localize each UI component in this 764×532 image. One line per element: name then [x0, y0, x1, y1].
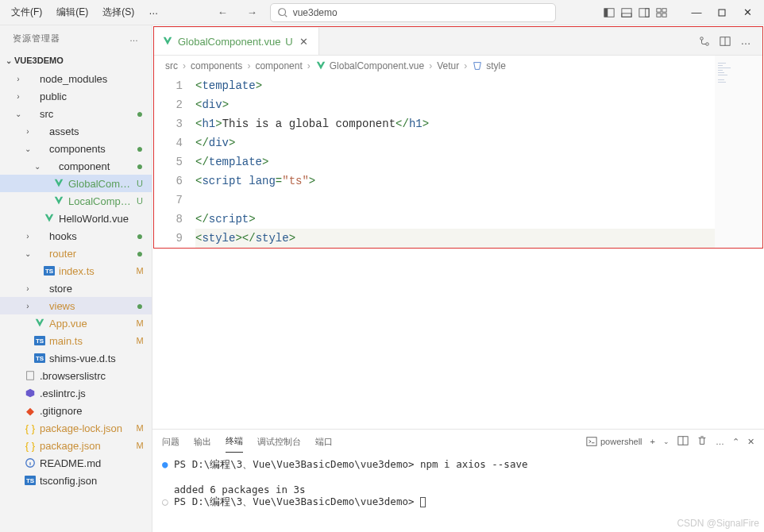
svg-rect-6 [639, 8, 649, 17]
maximize-panel-icon[interactable]: ⌃ [732, 437, 739, 447]
terminal-selector[interactable]: powershell [586, 436, 642, 447]
breadcrumb-item[interactable]: src [165, 60, 178, 71]
watermark: CSDN @SignalFire [677, 518, 759, 529]
menu-more[interactable]: … [142, 2, 164, 22]
tree-item[interactable]: { }package.jsonM [0, 437, 152, 454]
tree-item[interactable]: ⌄components● [0, 140, 152, 157]
breadcrumb-item[interactable]: GlobalComponent.vue [330, 60, 424, 71]
panel-tab-terminal[interactable]: 终端 [226, 430, 243, 453]
svg-rect-4 [622, 8, 631, 17]
tree-item[interactable]: ◆.gitignore [0, 402, 152, 419]
tree-item[interactable]: LocalCompo...U [0, 192, 152, 210]
panel: 问题 输出 终端 调试控制台 端口 powershell + ⌄ … ⌃ ✕ [152, 429, 764, 532]
code-lines[interactable]: <template> <div> <h1>This is a global co… [195, 76, 715, 248]
tree-item[interactable]: .eslintrc.js [0, 384, 152, 402]
svg-point-19 [706, 42, 709, 45]
project-name: VUE3DEMO [14, 56, 64, 65]
layout-secondary-icon[interactable] [637, 6, 651, 20]
tree-item[interactable]: ⌄router● [0, 245, 152, 262]
style-icon [472, 60, 483, 71]
breadcrumb-item[interactable]: Vetur [437, 60, 459, 71]
menu-edit[interactable]: 编辑(E) [50, 2, 95, 22]
title-bar: 文件(F) 编辑(E) 选择(S) … ← → vue3demo — ✕ [0, 0, 764, 25]
gutter: 123456789 [154, 76, 195, 248]
tree-item[interactable]: ›public [0, 87, 152, 105]
compare-changes-icon[interactable] [697, 34, 712, 48]
menu-file[interactable]: 文件(F) [5, 2, 48, 22]
panel-tab-ports[interactable]: 端口 [315, 431, 333, 453]
panel-tab-debug[interactable]: 调试控制台 [257, 431, 301, 453]
close-panel-icon[interactable]: ✕ [747, 437, 754, 447]
window-minimize[interactable]: — [685, 3, 708, 22]
minimap[interactable]: ▬▬▬▬▬▬▬▬▬▬▬▬▬▬▬▬▬▬▬▬▬▬▬▬▬▬▬▬▬▬▬▬▬▬▬▬▬▬ [715, 56, 762, 248]
terminal-cursor [420, 497, 426, 507]
svg-point-18 [700, 37, 704, 40]
command-center-text: vue3demo [293, 7, 338, 18]
panel-tab-problems[interactable]: 问题 [162, 431, 179, 453]
tree-item[interactable]: { }package-lock.jsonM [0, 419, 152, 437]
svg-rect-9 [662, 8, 666, 11]
tab-bar: GlobalComponent.vue U ✕ … [154, 27, 762, 56]
tree-item[interactable]: TSshims-vue.d.ts [0, 349, 152, 367]
layout-customize-icon[interactable] [654, 6, 669, 20]
layout-panel-icon[interactable] [619, 6, 634, 20]
split-editor-icon[interactable] [718, 34, 732, 48]
tree-item[interactable]: App.vueM [0, 314, 152, 332]
sidebar-title: 资源管理器 … [0, 25, 152, 51]
tree-item[interactable]: ⌄src● [0, 105, 152, 122]
sidebar-more-icon[interactable]: … [129, 33, 139, 43]
svg-rect-13 [27, 372, 34, 380]
breadcrumb-item[interactable]: components [191, 60, 242, 71]
breadcrumb[interactable]: src› components› component› GlobalCompon… [154, 56, 715, 76]
layout-primary-icon[interactable] [602, 6, 616, 20]
svg-point-0 [278, 8, 285, 15]
tree-item[interactable]: ›store [0, 279, 152, 297]
tree-item[interactable]: ›assets [0, 122, 152, 140]
window-maximize[interactable] [710, 3, 734, 22]
panel-tabs: 问题 输出 终端 调试控制台 端口 powershell + ⌄ … ⌃ ✕ [152, 430, 764, 453]
svg-rect-10 [657, 13, 661, 16]
file-tree: ›node_modules›public⌄src●›assets⌄compone… [0, 70, 152, 532]
tree-item[interactable]: README.md [0, 454, 152, 472]
tree-item[interactable]: TSmain.tsM [0, 332, 152, 349]
svg-rect-12 [719, 10, 725, 16]
new-terminal-icon[interactable]: + [650, 437, 655, 446]
tree-item[interactable]: TStsconfig.json [0, 472, 152, 489]
breadcrumb-item[interactable]: style [486, 60, 506, 71]
tree-item[interactable]: ⌄component● [0, 157, 152, 175]
tree-item[interactable]: GlobalComp...U [0, 175, 152, 192]
panel-more-icon[interactable]: … [716, 437, 724, 446]
panel-tab-output[interactable]: 输出 [194, 431, 211, 453]
tree-item[interactable]: TSindex.tsM [0, 262, 152, 279]
search-icon [277, 7, 288, 18]
code-editor[interactable]: 123456789 <template> <div> <h1>This is a… [154, 76, 715, 248]
window-close[interactable]: ✕ [735, 3, 759, 22]
terminal-icon [586, 436, 597, 447]
svg-rect-5 [622, 13, 631, 16]
breadcrumb-item[interactable]: component [255, 60, 302, 71]
terminal[interactable]: ● PS D:\编程\3、Vue\Vue3BasicDemo\vue3demo>… [152, 453, 764, 532]
tree-item[interactable]: HelloWorld.vue [0, 210, 152, 227]
svg-rect-7 [646, 8, 649, 17]
kill-terminal-icon[interactable] [696, 435, 708, 448]
svg-marker-14 [26, 389, 35, 398]
svg-line-1 [284, 14, 287, 17]
menu-select[interactable]: 选择(S) [96, 2, 141, 22]
sidebar: 资源管理器 … ⌄ VUE3DEMO ›node_modules›public⌄… [0, 25, 152, 532]
nav-back-icon[interactable]: ← [211, 5, 234, 20]
terminal-dropdown-icon[interactable]: ⌄ [663, 438, 669, 445]
tree-item[interactable]: .browserslistrc [0, 367, 152, 384]
split-terminal-icon[interactable] [677, 435, 689, 448]
tree-item[interactable]: ›node_modules [0, 70, 152, 87]
tree-item[interactable]: ›hooks● [0, 227, 152, 245]
chevron-down-icon: ⌄ [3, 56, 14, 65]
editor-tab[interactable]: GlobalComponent.vue U ✕ [154, 27, 319, 55]
tab-git-status: U [285, 36, 292, 48]
tree-item[interactable]: ›views● [0, 297, 152, 314]
menu-bar: 文件(F) 编辑(E) 选择(S) … [5, 2, 164, 22]
tab-close-icon[interactable]: ✕ [298, 35, 311, 48]
command-center[interactable]: vue3demo [270, 3, 556, 22]
nav-forward-icon[interactable]: → [241, 5, 264, 20]
more-actions-icon[interactable]: … [739, 34, 753, 48]
project-header[interactable]: ⌄ VUE3DEMO [0, 51, 152, 70]
